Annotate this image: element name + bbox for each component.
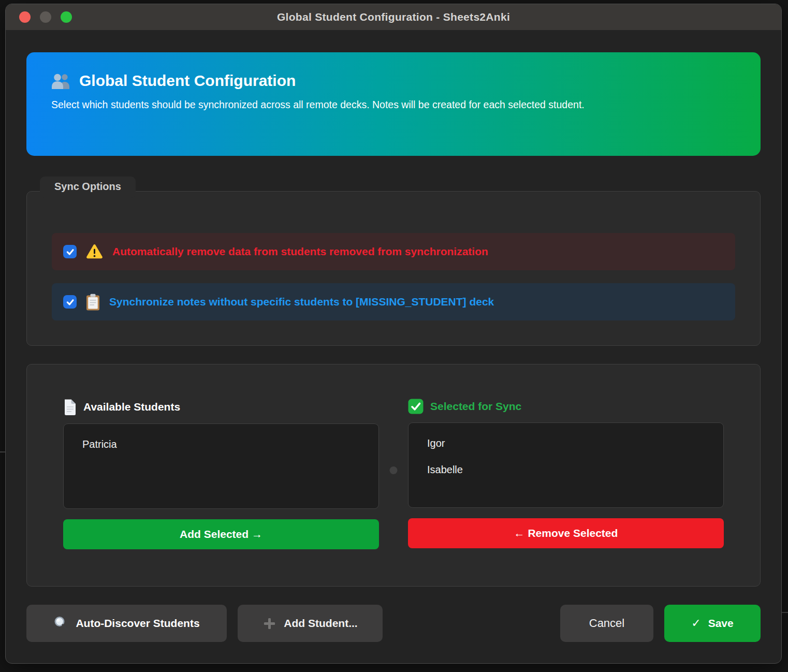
add-student-button[interactable]: Add Student... (238, 605, 383, 642)
document-icon (63, 399, 77, 415)
dialog-window: Global Student Configuration - Sheets2An… (5, 4, 782, 664)
selected-students-column: Selected for Sync Igor Isabelle ← Remove… (408, 399, 724, 586)
header-description: Select which students should be synchron… (51, 97, 719, 112)
header-banner: Global Student Configuration Select whic… (26, 52, 761, 156)
save-check-icon: ✓ (691, 617, 701, 630)
sync-options-group: Sync Options Automatically remove data f… (26, 191, 761, 346)
list-item[interactable]: Isabelle (427, 464, 705, 476)
clipboard-icon (86, 294, 100, 311)
option-missing-student-row[interactable]: Synchronize notes without specific stude… (52, 283, 735, 320)
available-students-title: Available Students (83, 401, 180, 413)
zoom-button[interactable] (61, 11, 72, 23)
footer-bar: Auto-Discover Students Add Student... Ca… (26, 605, 761, 642)
titlebar: Global Student Configuration - Sheets2An… (6, 4, 781, 31)
students-group: Available Students Patricia Add Selected… (26, 364, 761, 587)
add-selected-button[interactable]: Add Selected → (63, 519, 379, 549)
checkbox-auto-remove[interactable] (63, 245, 77, 258)
save-label: Save (708, 617, 734, 630)
plus-icon (262, 617, 276, 631)
page-title: Global Student Configuration (79, 72, 296, 90)
search-icon (53, 616, 68, 631)
splitter-handle[interactable] (390, 466, 398, 474)
list-item[interactable]: Patricia (82, 439, 360, 450)
selected-for-sync-title: Selected for Sync (430, 400, 521, 413)
close-button[interactable] (19, 11, 31, 23)
warning-icon (86, 244, 103, 259)
check-badge-icon (408, 399, 424, 414)
selected-students-list[interactable]: Igor Isabelle (408, 422, 724, 508)
option-missing-student-label: Synchronize notes without specific stude… (109, 295, 494, 308)
cancel-button[interactable]: Cancel (560, 605, 653, 642)
sync-options-label: Sync Options (40, 177, 136, 198)
save-button[interactable]: ✓ Save (664, 605, 761, 642)
auto-discover-button[interactable]: Auto-Discover Students (26, 605, 227, 642)
minimize-button[interactable] (40, 11, 51, 23)
auto-discover-label: Auto-Discover Students (76, 617, 199, 630)
background-window-edge (0, 451, 5, 452)
checkbox-missing-student[interactable] (63, 295, 77, 309)
available-students-column: Available Students Patricia Add Selected… (63, 399, 379, 586)
option-auto-remove-label: Automatically remove data from students … (112, 245, 488, 258)
background-window-edge (782, 612, 788, 613)
traffic-lights (19, 11, 72, 23)
window-title: Global Student Configuration - Sheets2An… (277, 11, 510, 23)
available-students-list[interactable]: Patricia (63, 423, 379, 509)
option-auto-remove-row[interactable]: Automatically remove data from students … (52, 233, 735, 270)
people-icon (51, 72, 70, 89)
add-student-label: Add Student... (284, 617, 357, 630)
list-item[interactable]: Igor (427, 437, 705, 449)
remove-selected-button[interactable]: ← Remove Selected (408, 518, 724, 548)
